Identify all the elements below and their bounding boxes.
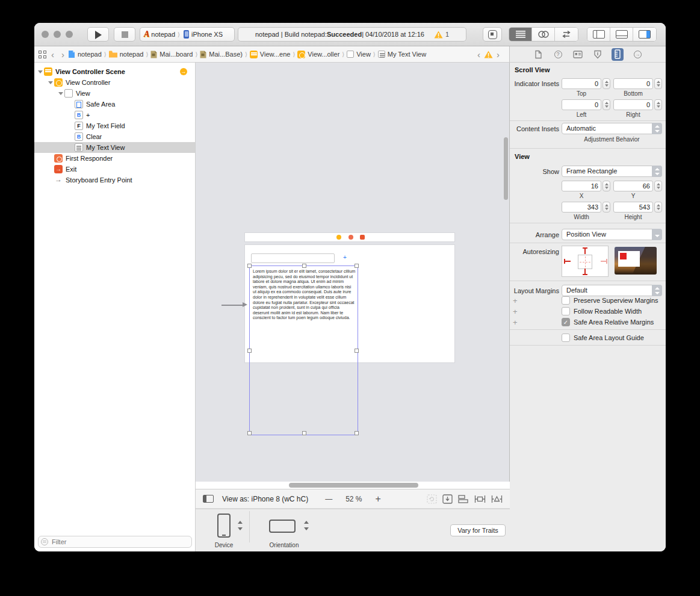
- selected-text-view[interactable]: Lorem ipsum dolor sit er elit lamet, con…: [249, 265, 358, 435]
- device-stepper[interactable]: [238, 520, 243, 531]
- canvas-plus-button[interactable]: +: [343, 254, 347, 261]
- resize-handle[interactable]: [355, 349, 359, 353]
- previous-issue-button[interactable]: ‹: [474, 50, 484, 59]
- outline-row-plus-button[interactable]: B +: [34, 110, 195, 120]
- layout-margins-dropdown[interactable]: Default: [562, 285, 662, 296]
- attributes-inspector-tab[interactable]: [592, 48, 604, 61]
- related-items-icon[interactable]: [39, 51, 46, 58]
- resolve-autolayout-icon[interactable]: [491, 494, 503, 504]
- resize-handle[interactable]: [247, 264, 252, 268]
- assistant-editor-button[interactable]: [532, 28, 555, 41]
- resize-handle[interactable]: [247, 349, 252, 353]
- go-forward-button[interactable]: ›: [58, 50, 68, 59]
- breadcrumb-view[interactable]: View: [347, 51, 371, 58]
- x-stepper[interactable]: [602, 181, 610, 191]
- zoom-out-button[interactable]: —: [325, 495, 332, 503]
- zoom-level[interactable]: 52 %: [345, 495, 362, 503]
- warning-icon[interactable]: [434, 31, 443, 39]
- breadcrumb-scene[interactable]: View...ene: [250, 51, 291, 58]
- width-field[interactable]: 343: [562, 202, 601, 213]
- orientation-phone-icon[interactable]: [269, 520, 296, 533]
- entry-point-arrow[interactable]: [221, 305, 244, 306]
- resize-handle[interactable]: [302, 264, 306, 268]
- view-controller-dot-icon[interactable]: [336, 235, 341, 240]
- arrange-dropdown[interactable]: Position View: [562, 229, 662, 240]
- show-dropdown[interactable]: Frame Rectangle: [562, 166, 662, 177]
- disclosure-triangle-icon[interactable]: [47, 81, 54, 84]
- height-stepper[interactable]: [654, 202, 662, 213]
- inset-top-field[interactable]: 0: [562, 78, 601, 89]
- storyboard-canvas[interactable]: + Lorem ipsum dolor sit er elit lamet, c…: [196, 63, 510, 551]
- y-field[interactable]: 66: [613, 181, 653, 191]
- content-insets-dropdown[interactable]: Automatic: [562, 123, 662, 134]
- outline-row-text-view[interactable]: My Text View: [34, 142, 195, 153]
- view-as-label[interactable]: View as: iPhone 8 (wC hC): [222, 495, 308, 503]
- next-issue-button[interactable]: ›: [493, 50, 503, 59]
- go-back-button[interactable]: ‹: [48, 50, 58, 59]
- update-frames-icon[interactable]: [427, 494, 437, 504]
- outline-row-scene[interactable]: View Controller Scene →: [34, 66, 195, 77]
- outline-toggle-icon[interactable]: [203, 495, 214, 503]
- canvas-text-field[interactable]: [251, 253, 335, 263]
- width-stepper[interactable]: [602, 202, 610, 213]
- autoresizing-control[interactable]: [562, 246, 609, 277]
- stop-button[interactable]: [114, 27, 135, 42]
- library-button[interactable]: [483, 27, 502, 42]
- inset-right-field[interactable]: 0: [613, 99, 653, 110]
- scheme-destination[interactable]: iPhone XS: [191, 31, 223, 38]
- height-field[interactable]: 543: [613, 202, 653, 213]
- identity-inspector-tab[interactable]: [572, 48, 584, 61]
- inspector-toggle-button[interactable]: [633, 28, 656, 41]
- vary-for-traits-button[interactable]: Vary for Traits: [450, 524, 506, 536]
- breadcrumb-group[interactable]: notepad: [109, 51, 144, 58]
- breadcrumb-project[interactable]: notepad: [68, 50, 102, 58]
- standard-editor-button[interactable]: [509, 28, 532, 41]
- breadcrumb-storyboard[interactable]: Mai...board: [150, 51, 193, 58]
- breadcrumb-storyboard-base[interactable]: Mai...Base): [200, 51, 243, 58]
- scene-entry-badge-icon[interactable]: →: [180, 68, 187, 75]
- minimize-window-button[interactable]: [54, 31, 61, 38]
- orientation-stepper[interactable]: [304, 520, 309, 531]
- disclosure-triangle-icon[interactable]: [57, 92, 64, 95]
- navigator-toggle-button[interactable]: [587, 28, 610, 41]
- file-inspector-tab[interactable]: [532, 48, 544, 61]
- preserve-superview-margins-checkbox[interactable]: [562, 296, 570, 305]
- run-button[interactable]: [87, 27, 109, 42]
- add-constraints-icon[interactable]: [474, 494, 486, 504]
- activity-viewer[interactable]: notepad | Build notepad: Succeeded | 04/…: [238, 27, 466, 42]
- inset-bottom-field[interactable]: 0: [613, 78, 653, 89]
- add-variation-button[interactable]: +: [513, 307, 518, 316]
- zoom-in-button[interactable]: +: [376, 494, 381, 504]
- outline-row-view[interactable]: View: [34, 88, 195, 99]
- inset-right-stepper[interactable]: [654, 99, 662, 110]
- close-window-button[interactable]: [42, 31, 49, 38]
- resize-handle[interactable]: [355, 431, 359, 435]
- scheme-selector[interactable]: A notepad ⟩ iPhone XS: [140, 27, 235, 42]
- y-stepper[interactable]: [654, 181, 662, 191]
- resize-handle[interactable]: [247, 431, 252, 435]
- inset-left-field[interactable]: 0: [562, 99, 601, 110]
- outline-row-view-controller[interactable]: View Controller: [34, 77, 195, 88]
- outline-row-first-responder[interactable]: First Responder: [34, 153, 195, 164]
- outline-row-text-field[interactable]: F My Text Field: [34, 120, 195, 131]
- resize-handle[interactable]: [302, 431, 306, 435]
- zoom-window-button[interactable]: [66, 31, 73, 38]
- first-responder-dot-icon[interactable]: [348, 235, 353, 240]
- follow-readable-width-checkbox[interactable]: [562, 307, 570, 315]
- safe-area-layout-guide-checkbox[interactable]: [562, 334, 570, 342]
- warning-icon[interactable]: [484, 51, 493, 58]
- connections-inspector-tab[interactable]: →: [631, 48, 643, 61]
- safe-area-relative-margins-checkbox[interactable]: ✓: [562, 318, 570, 326]
- embed-in-icon[interactable]: [442, 494, 453, 504]
- exit-dot-icon[interactable]: [360, 235, 365, 240]
- canvas-vertical-scrollbar[interactable]: [504, 137, 508, 200]
- device-phone-icon[interactable]: [217, 514, 231, 538]
- outline-row-exit[interactable]: → Exit: [34, 164, 195, 175]
- breadcrumb-text-view[interactable]: My Text View: [378, 51, 426, 58]
- add-variation-button[interactable]: +: [513, 296, 518, 305]
- quick-help-inspector-tab[interactable]: ?: [552, 48, 564, 61]
- outline-row-clear-button[interactable]: B Clear: [34, 131, 195, 142]
- scheme-name[interactable]: notepad: [151, 31, 175, 38]
- align-icon[interactable]: [458, 494, 469, 504]
- scene-header-bar[interactable]: [245, 233, 454, 241]
